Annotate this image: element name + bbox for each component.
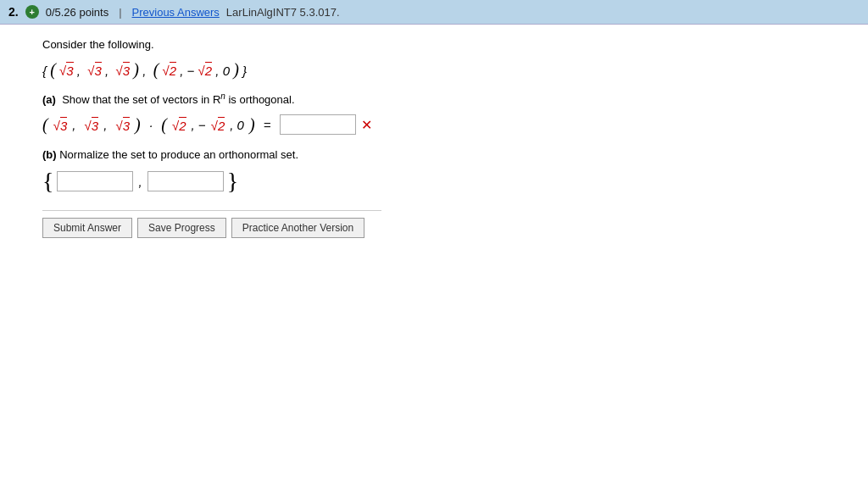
part-a-label: (a) Show that the set of vectors in Rn i… (42, 92, 851, 106)
close-brace-b: } (227, 169, 238, 193)
sqrt3-2: √3 (87, 64, 105, 78)
button-row: Submit Answer Save Progress Practice Ano… (42, 218, 851, 238)
part-b-label: (b) Normalize the set to produce an orth… (42, 148, 851, 161)
previous-answers-link[interactable]: Previous Answers (132, 6, 220, 19)
open-brace-b: { (42, 169, 53, 193)
dot-product-row: ( √3 , √3 , √3 ) · ( √2 , − √2 , 0 ) = ✕ (42, 114, 851, 135)
dot-product-input[interactable] (280, 114, 356, 135)
separator: | (119, 6, 121, 19)
part-a-instruction: Show that the set of vectors in Rn is or… (59, 93, 295, 106)
sqrt2-2: √2 (198, 64, 216, 78)
question-number: 2. (8, 5, 19, 19)
divider (42, 210, 381, 211)
sqrt3-1: √3 (59, 64, 77, 78)
normalize-input-2[interactable] (147, 171, 224, 191)
open-brace: { (42, 64, 47, 78)
close-brace: } (242, 64, 247, 78)
save-progress-button[interactable]: Save Progress (137, 218, 226, 238)
part-b-instruction: Normalize the set to produce an orthonor… (59, 148, 298, 161)
problem-header: 2. + 0/5.26 points | Previous Answers La… (0, 0, 868, 25)
practice-another-version-button[interactable]: Practice Another Version (231, 218, 364, 238)
normalize-input-1[interactable] (57, 171, 133, 191)
sqrt3-3: √3 (116, 64, 134, 78)
problem-content: Consider the following. { ( √3 , √3 , √3… (0, 25, 868, 255)
wrong-icon: ✕ (361, 117, 372, 133)
set-display: { ( √3 , √3 , √3 ) , ( √2 , − √2 , 0 ) } (42, 61, 851, 78)
sqrt2-1: √2 (163, 64, 181, 78)
normalize-set: { , } (42, 169, 851, 193)
consider-text: Consider the following. (42, 38, 851, 51)
normalize-inputs: , (57, 171, 223, 191)
set-comma: , (138, 175, 142, 189)
open-paren-1: ( (50, 60, 56, 79)
points-text: 0/5.26 points (46, 6, 108, 19)
problem-reference: LarLinAlgINT7 5.3.017. (226, 6, 340, 19)
points-badge: + (25, 5, 39, 19)
submit-answer-button[interactable]: Submit Answer (42, 218, 132, 238)
